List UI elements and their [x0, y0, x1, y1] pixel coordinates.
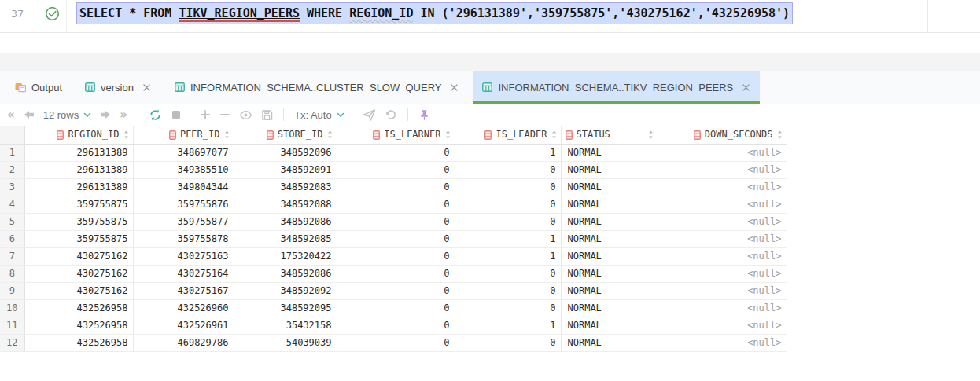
cell-peer-id[interactable]: 359755876: [133, 196, 234, 213]
cell-is-learner[interactable]: 0: [337, 213, 455, 230]
stop-button[interactable]: [171, 109, 182, 120]
row-number[interactable]: 10: [0, 299, 24, 317]
row-number[interactable]: 8: [0, 265, 24, 282]
close-icon[interactable]: [142, 82, 152, 93]
transaction-mode-dropdown[interactable]: Tx: Auto: [294, 109, 344, 121]
cell-down-seconds[interactable]: <null>: [658, 247, 787, 265]
sql-query-text[interactable]: SELECT * FROM TIKV_REGION_PEERS WHERE RE…: [77, 6, 790, 20]
cell-store-id[interactable]: 35432158: [234, 317, 337, 334]
cell-down-seconds[interactable]: <null>: [658, 317, 787, 334]
cell-region-id[interactable]: 296131389: [24, 144, 133, 161]
cell-down-seconds[interactable]: <null>: [658, 334, 787, 351]
row-number[interactable]: 12: [0, 334, 24, 351]
cell-region-id[interactable]: 296131389: [24, 161, 133, 178]
cell-store-id[interactable]: 348592083: [234, 178, 337, 196]
row-number[interactable]: 2: [0, 161, 24, 178]
cell-is-learner[interactable]: 0: [337, 144, 455, 161]
cell-is-leader[interactable]: 0: [455, 282, 561, 299]
cell-is-leader[interactable]: 0: [455, 299, 561, 317]
cell-status[interactable]: NORMAL: [561, 178, 658, 196]
cell-region-id[interactable]: 432526958: [24, 299, 133, 317]
column-header-is-learner[interactable]: IS_LEARNER: [337, 126, 455, 144]
cell-peer-id[interactable]: 430275164: [133, 265, 234, 282]
cell-store-id[interactable]: 348592092: [234, 282, 337, 299]
result-tab-information-schema-cluster-slow-query[interactable]: INFORMATION_SCHEMA..CLUSTER_SLOW_QUERY: [166, 71, 469, 104]
cell-is-learner[interactable]: 0: [337, 230, 455, 247]
next-page-button[interactable]: [100, 110, 111, 119]
cell-is-leader[interactable]: 0: [455, 334, 561, 351]
cell-is-learner[interactable]: 0: [337, 196, 455, 213]
cell-region-id[interactable]: 296131389: [24, 178, 133, 196]
cell-region-id[interactable]: 430275162: [24, 282, 133, 299]
row-number[interactable]: 5: [0, 213, 24, 230]
cell-region-id[interactable]: 359755875: [24, 213, 133, 230]
cell-is-learner[interactable]: 0: [337, 334, 455, 351]
cell-is-leader[interactable]: 1: [455, 247, 561, 265]
cell-region-id[interactable]: 430275162: [24, 265, 133, 282]
delete-row-button[interactable]: [219, 109, 230, 120]
result-tab-information-schema-tikv-region-peers[interactable]: INFORMATION_SCHEMA..TIKV_REGION_PEERS: [473, 71, 760, 104]
reload-data-button[interactable]: [149, 108, 162, 122]
cell-peer-id[interactable]: 430275167: [133, 282, 234, 299]
cell-store-id[interactable]: 348592086: [234, 213, 337, 230]
close-icon[interactable]: [449, 82, 459, 93]
cell-peer-id[interactable]: 348697077: [133, 144, 234, 161]
column-header-store-id[interactable]: STORE_ID: [234, 126, 337, 144]
row-number[interactable]: 3: [0, 178, 24, 196]
cell-peer-id[interactable]: 430275163: [133, 247, 234, 265]
cell-is-learner[interactable]: 0: [337, 161, 455, 178]
cell-is-leader[interactable]: 0: [455, 213, 561, 230]
cell-status[interactable]: NORMAL: [561, 247, 658, 265]
cell-region-id[interactable]: 359755875: [24, 196, 133, 213]
cell-is-leader[interactable]: 0: [455, 178, 561, 196]
cell-store-id[interactable]: 175320422: [234, 247, 337, 265]
cell-is-learner[interactable]: 0: [337, 265, 455, 282]
cell-down-seconds[interactable]: <null>: [658, 299, 787, 317]
cell-is-learner[interactable]: 0: [337, 282, 455, 299]
cell-is-leader[interactable]: 1: [455, 317, 561, 334]
cell-peer-id[interactable]: 359755878: [133, 230, 234, 247]
sort-icon[interactable]: [123, 130, 129, 139]
cell-peer-id[interactable]: 432526960: [133, 299, 234, 317]
cell-is-learner[interactable]: 0: [337, 299, 455, 317]
row-number[interactable]: 11: [0, 317, 24, 334]
cell-store-id[interactable]: 348592085: [234, 230, 337, 247]
add-row-button[interactable]: [200, 109, 211, 120]
cell-status[interactable]: NORMAL: [561, 299, 658, 317]
preview-changes-button[interactable]: [239, 110, 252, 120]
cell-peer-id[interactable]: 349804344: [133, 178, 234, 196]
cell-status[interactable]: NORMAL: [561, 317, 658, 334]
pin-tab-button[interactable]: [418, 109, 430, 121]
cell-is-leader[interactable]: 1: [455, 230, 561, 247]
cell-store-id[interactable]: 348592095: [234, 299, 337, 317]
column-header-is-leader[interactable]: IS_LEADER: [455, 126, 561, 144]
column-header-status[interactable]: STATUS: [561, 126, 658, 144]
column-header-peer-id[interactable]: PEER_ID: [133, 126, 234, 144]
cell-down-seconds[interactable]: <null>: [658, 230, 787, 247]
sort-icon[interactable]: [445, 130, 451, 139]
cell-down-seconds[interactable]: <null>: [658, 265, 787, 282]
cell-status[interactable]: NORMAL: [561, 144, 658, 161]
cell-store-id[interactable]: 54039039: [234, 334, 337, 351]
row-number[interactable]: 4: [0, 196, 24, 213]
cell-peer-id[interactable]: 469829786: [133, 334, 234, 351]
row-number[interactable]: 7: [0, 247, 24, 265]
cell-is-learner[interactable]: 0: [337, 178, 455, 196]
cell-down-seconds[interactable]: <null>: [658, 282, 787, 299]
cell-down-seconds[interactable]: <null>: [658, 178, 787, 196]
page-size-dropdown[interactable]: 12 rows: [43, 109, 92, 121]
commit-button[interactable]: [363, 109, 376, 121]
cell-store-id[interactable]: 348592091: [234, 161, 337, 178]
table-reference[interactable]: TIKV_REGION_PEERS: [179, 6, 300, 22]
cell-peer-id[interactable]: 432526961: [133, 317, 234, 334]
cell-is-learner[interactable]: 0: [337, 247, 455, 265]
cell-status[interactable]: NORMAL: [561, 161, 658, 178]
row-number[interactable]: 1: [0, 144, 24, 161]
cell-status[interactable]: NORMAL: [561, 213, 658, 230]
column-header-down-seconds[interactable]: DOWN_SECONDS: [658, 126, 787, 144]
first-rows-button[interactable]: «: [7, 109, 15, 121]
cell-is-learner[interactable]: 0: [337, 317, 455, 334]
result-tab-output[interactable]: Output: [6, 71, 71, 104]
cell-is-leader[interactable]: 0: [455, 161, 561, 178]
cell-down-seconds[interactable]: <null>: [658, 161, 787, 178]
